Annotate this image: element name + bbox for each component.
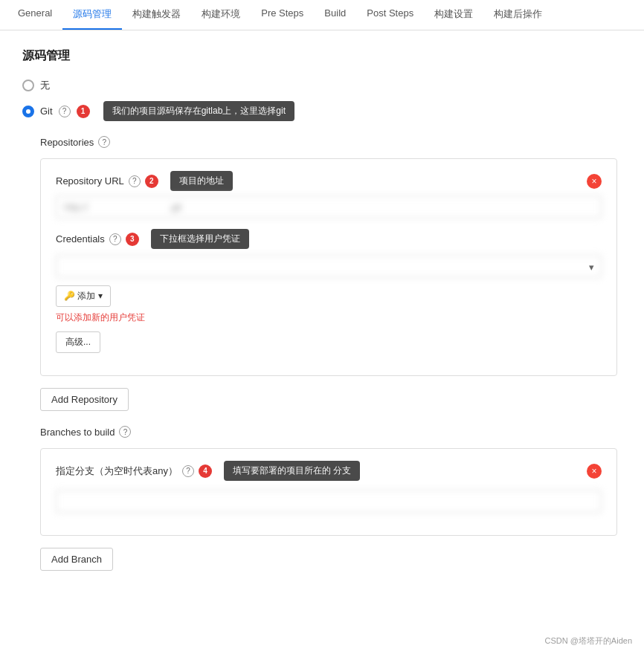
step-badge-2: 2: [145, 175, 158, 188]
radio-git-label: Git: [40, 106, 53, 117]
tab-settings[interactable]: 构建设置: [424, 0, 483, 30]
main-content: 源码管理 无 Git ? 1 我们的项目源码保存在gitlab上，这里选择git…: [0, 30, 640, 603]
radio-none-label: 无: [40, 79, 50, 92]
branches-help-icon[interactable]: ?: [119, 426, 131, 438]
add-credentials-button[interactable]: 🔑 添加 ▾: [56, 285, 111, 307]
radio-none-circle[interactable]: [22, 80, 34, 91]
radio-git-row: Git ? 1 我们的项目源码保存在gitlab上，这里选择git: [22, 101, 617, 121]
credentials-tooltip-text: 下拉框选择用户凭证: [151, 229, 249, 249]
radio-group: 无 Git ? 1 我们的项目源码保存在gitlab上，这里选择git: [22, 79, 617, 121]
credentials-select-wrapper: ▾: [56, 255, 602, 278]
advanced-button[interactable]: 高级...: [56, 331, 100, 353]
branch-specifier-help-icon[interactable]: ?: [182, 465, 194, 477]
branches-label-text: Branches to build: [40, 427, 115, 438]
add-branch-button[interactable]: Add Branch: [40, 548, 113, 571]
branch-field-label: 指定分支（为空时代表any） ? 4 填写要部署的项目所在的 分支: [56, 461, 360, 481]
tab-general[interactable]: General: [7, 0, 62, 30]
credentials-select[interactable]: [56, 255, 602, 278]
url-field-label: Repository URL ? 2 项目的地址: [56, 171, 233, 191]
branches-label: Branches to build ?: [40, 426, 617, 438]
tab-build[interactable]: Build: [314, 0, 356, 30]
url-field-row: Repository URL ? 2 项目的地址 ×: [56, 171, 602, 218]
url-field-header: Repository URL ? 2 项目的地址 ×: [56, 171, 602, 191]
tab-presteps[interactable]: Pre Steps: [251, 0, 314, 30]
tab-trigger[interactable]: 构建触发器: [122, 0, 191, 30]
radio-none-row[interactable]: 无: [22, 79, 617, 92]
tab-postbuild[interactable]: 构建后操作: [483, 0, 553, 30]
tab-env[interactable]: 构建环境: [191, 0, 251, 30]
repositories-label: Repositories ?: [40, 136, 617, 148]
branches-box: 指定分支（为空时代表any） ? 4 填写要部署的项目所在的 分支 ×: [40, 448, 617, 536]
tabs-bar: General 源码管理 构建触发器 构建环境 Pre Steps Build …: [0, 0, 644, 30]
url-input[interactable]: [56, 195, 602, 218]
page-title: 源码管理: [22, 48, 617, 64]
url-label-text: Repository URL: [56, 175, 124, 187]
credentials-label-text: Credentials: [56, 233, 105, 245]
repositories-section: Repositories ? Repository URL ? 2 项目的地址 …: [40, 136, 617, 376]
radio-git-circle[interactable]: [22, 106, 34, 117]
step-badge-3: 3: [126, 233, 139, 246]
tooltip-1-text: 我们的项目源码保存在gitlab上，这里选择git: [103, 101, 294, 121]
branches-section: Branches to build ? 指定分支（为空时代表any） ? 4 填…: [40, 426, 617, 536]
credentials-help-icon[interactable]: ?: [109, 233, 121, 245]
branch-tooltip-text: 填写要部署的项目所在的 分支: [224, 461, 360, 481]
branch-field-header: 指定分支（为空时代表any） ? 4 填写要部署的项目所在的 分支 ×: [56, 461, 602, 481]
add-repository-button[interactable]: Add Repository: [40, 388, 129, 411]
url-help-icon[interactable]: ?: [129, 175, 141, 187]
branch-specifier-label-text: 指定分支（为空时代表any）: [56, 464, 178, 478]
credentials-label-container: Credentials ? 3 下拉框选择用户凭证: [56, 229, 602, 249]
url-close-button[interactable]: ×: [587, 174, 602, 189]
branch-specifier-input[interactable]: [56, 490, 602, 513]
git-help-icon[interactable]: ?: [59, 106, 71, 117]
repository-url-box: Repository URL ? 2 项目的地址 × Credentials ?…: [40, 158, 617, 376]
tab-poststeps[interactable]: Post Steps: [356, 0, 424, 30]
add-credentials-note: 可以添加新的用户凭证: [56, 311, 602, 324]
branch-close-button[interactable]: ×: [587, 464, 602, 479]
branch-specifier-row: 指定分支（为空时代表any） ? 4 填写要部署的项目所在的 分支 ×: [56, 461, 602, 513]
repositories-label-text: Repositories: [40, 137, 94, 148]
repositories-help-icon[interactable]: ?: [98, 136, 110, 148]
credentials-field-row: Credentials ? 3 下拉框选择用户凭证 ▾ 🔑 添加 ▾ 可以添加新…: [56, 229, 602, 353]
step-badge-4: 4: [199, 464, 212, 478]
step-badge-1: 1: [77, 105, 90, 118]
url-tooltip-text: 项目的地址: [170, 171, 233, 191]
tab-source[interactable]: 源码管理: [62, 0, 122, 30]
